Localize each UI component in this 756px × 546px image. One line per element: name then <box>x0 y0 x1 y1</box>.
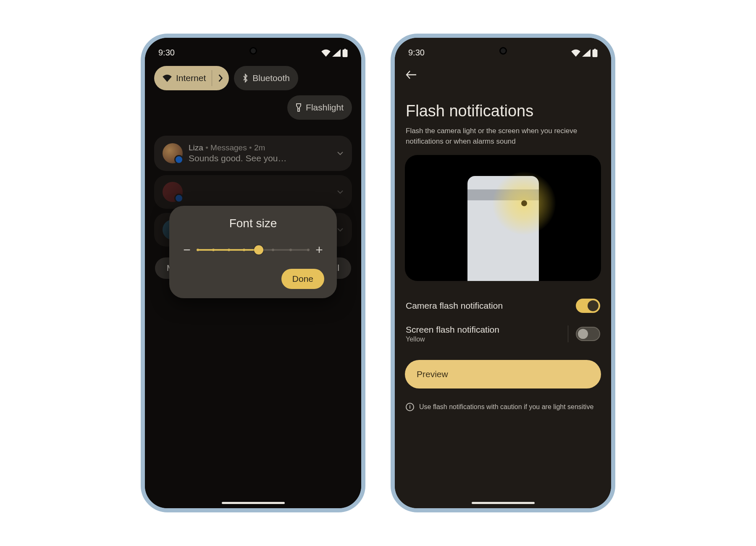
font-size-dialog: Font size − + Done <box>169 206 337 298</box>
qs-flashlight-tile[interactable]: Flashlight <box>287 95 352 120</box>
notification-card[interactable] <box>154 175 352 209</box>
decrease-button[interactable]: − <box>182 243 192 257</box>
wifi-icon <box>571 49 580 57</box>
battery-icon <box>342 49 348 57</box>
camera-flash-label: Camera flash notification <box>406 301 503 311</box>
chevron-down-icon[interactable] <box>337 151 344 155</box>
screen-flash-value: Yellow <box>406 336 499 343</box>
notif-sender: Liza <box>189 143 203 152</box>
dialog-title: Font size <box>182 217 324 230</box>
camera-hole <box>499 47 507 55</box>
qs-bluetooth-label: Bluetooth <box>252 73 290 83</box>
screen-flash-toggle[interactable] <box>576 327 600 341</box>
notif-body-text: Sounds good. See you… <box>189 153 331 163</box>
camera-flash-toggle[interactable] <box>576 299 600 313</box>
status-time: 9:30 <box>158 48 175 58</box>
caution-text: Use flash notifications with caution if … <box>419 402 593 412</box>
home-indicator[interactable] <box>222 502 285 504</box>
back-button[interactable] <box>406 70 600 79</box>
phone-left: 9:30 Internet <box>141 34 365 512</box>
phone-right: 9:30 Flash notifications Flash the camer… <box>391 34 615 512</box>
signal-icon <box>582 49 591 57</box>
slider-thumb[interactable] <box>254 245 263 255</box>
battery-icon <box>592 49 598 57</box>
camera-flash-setting[interactable]: Camera flash notification <box>404 293 602 319</box>
notif-age: 2m <box>254 143 265 152</box>
svg-rect-1 <box>344 49 346 50</box>
font-size-slider[interactable] <box>198 249 308 251</box>
home-indicator[interactable] <box>472 502 535 504</box>
flash-illustration <box>405 155 601 281</box>
info-icon: i <box>406 403 414 411</box>
screen-flash-setting[interactable]: Screen flash notification Yellow <box>404 319 602 349</box>
wifi-icon <box>321 49 331 57</box>
avatar <box>163 182 183 202</box>
status-time: 9:30 <box>408 48 425 58</box>
chevron-right-icon <box>218 74 223 82</box>
notification-card[interactable]: Liza • Messages • 2m Sounds good. See yo… <box>154 136 352 171</box>
flashlight-icon <box>296 103 302 112</box>
page-title: Flash notifications <box>404 89 602 126</box>
qs-flashlight-label: Flashlight <box>306 102 344 113</box>
chevron-down-icon[interactable] <box>337 190 344 194</box>
svg-rect-0 <box>343 50 348 57</box>
preview-button[interactable]: Preview <box>405 360 601 388</box>
page-subtitle: Flash the camera light or the screen whe… <box>404 126 602 155</box>
wifi-icon <box>163 74 172 82</box>
done-button[interactable]: Done <box>281 269 324 289</box>
avatar <box>163 143 183 163</box>
chevron-down-icon[interactable] <box>337 228 344 232</box>
svg-rect-2 <box>593 50 598 57</box>
divider <box>568 326 568 342</box>
qs-internet-tile[interactable]: Internet <box>154 66 229 90</box>
svg-rect-3 <box>594 49 596 50</box>
signal-icon <box>332 49 341 57</box>
camera-hole <box>249 47 257 55</box>
screen-flash-label: Screen flash notification <box>406 325 499 335</box>
qs-internet-label: Internet <box>176 73 206 83</box>
qs-bluetooth-tile[interactable]: Bluetooth <box>234 66 298 90</box>
bluetooth-icon <box>242 74 248 83</box>
increase-button[interactable]: + <box>314 243 324 257</box>
notif-app: Messages <box>210 143 247 152</box>
